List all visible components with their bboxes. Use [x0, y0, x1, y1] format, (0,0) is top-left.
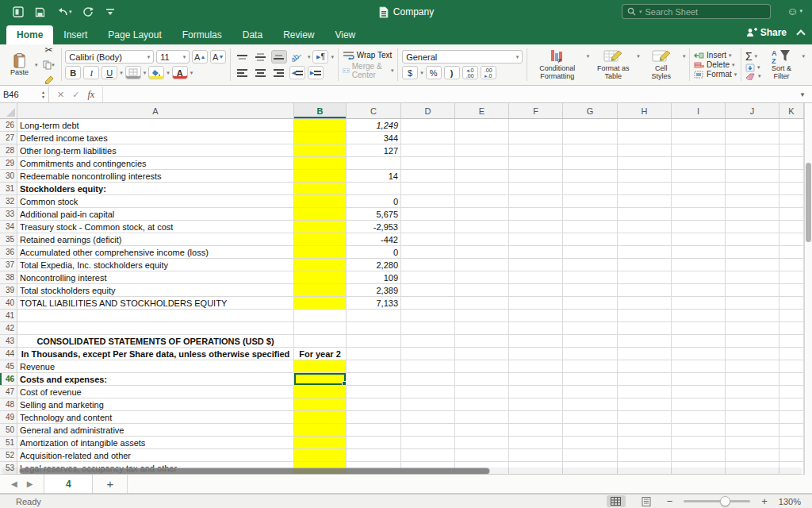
- clear-button[interactable]: [745, 73, 756, 80]
- cell-K29[interactable]: [779, 157, 804, 170]
- cell-J52[interactable]: [726, 449, 779, 462]
- cell-G31[interactable]: [563, 183, 618, 195]
- cell-I26[interactable]: [672, 119, 726, 132]
- copy-icon[interactable]: ▾: [41, 58, 57, 71]
- cell-A41[interactable]: [17, 310, 294, 322]
- borders-icon[interactable]: [125, 66, 141, 79]
- cell-B32[interactable]: [294, 195, 347, 208]
- cell-C28[interactable]: 127: [347, 144, 401, 157]
- font-color-icon[interactable]: A: [172, 66, 188, 79]
- align-top-button[interactable]: [235, 50, 251, 64]
- cell-I43[interactable]: [672, 335, 726, 348]
- currency-dropdown-icon[interactable]: ▾: [420, 70, 423, 76]
- cell-G32[interactable]: [563, 195, 618, 208]
- column-header-H[interactable]: H: [618, 103, 672, 119]
- cell-I40[interactable]: [672, 297, 726, 310]
- cell-A50[interactable]: General and administrative: [17, 424, 294, 437]
- cell-B37[interactable]: [294, 259, 347, 271]
- zoom-level[interactable]: 130%: [779, 497, 801, 506]
- cell-E50[interactable]: [455, 424, 509, 437]
- cell-B51[interactable]: [294, 437, 347, 449]
- cell-D42[interactable]: [401, 322, 455, 335]
- cell-E44[interactable]: [455, 348, 509, 360]
- font-name-select[interactable]: Calibri (Body)▾: [65, 50, 154, 64]
- cell-H27[interactable]: [618, 132, 672, 144]
- cell-K28[interactable]: [779, 144, 804, 157]
- cell-K35[interactable]: [779, 233, 804, 246]
- paste-button[interactable]: Paste: [7, 52, 32, 78]
- fill-dropdown-icon[interactable]: ▾: [757, 64, 760, 71]
- cell-H49[interactable]: [618, 411, 672, 424]
- text-direction-dropdown-icon[interactable]: ▾: [331, 54, 334, 60]
- cell-H35[interactable]: [618, 233, 672, 246]
- cell-D48[interactable]: [401, 398, 455, 411]
- cell-I50[interactable]: [672, 424, 726, 437]
- cell-I30[interactable]: [672, 170, 726, 183]
- cell-B43[interactable]: [294, 335, 347, 348]
- cell-C51[interactable]: [347, 437, 401, 449]
- italic-button[interactable]: I: [83, 66, 99, 79]
- cell-J39[interactable]: [726, 284, 779, 297]
- cell-G43[interactable]: [563, 335, 618, 348]
- row-header-34[interactable]: 34: [0, 221, 17, 233]
- cell-K47[interactable]: [779, 386, 804, 398]
- cell-G45[interactable]: [563, 360, 618, 373]
- name-box[interactable]: B46 ▲▼: [0, 87, 49, 102]
- horizontal-scrollbar-thumb[interactable]: [19, 468, 490, 475]
- cell-K43[interactable]: [779, 335, 804, 348]
- cell-F40[interactable]: [509, 297, 563, 310]
- cell-G51[interactable]: [563, 437, 618, 449]
- cell-B52[interactable]: [294, 449, 347, 462]
- cell-A51[interactable]: Amortization of intangible assets: [17, 437, 294, 449]
- cell-J30[interactable]: [726, 170, 779, 183]
- cell-E47[interactable]: [455, 386, 509, 398]
- cell-H45[interactable]: [618, 360, 672, 373]
- orientation-icon[interactable]: ab: [289, 50, 305, 64]
- cell-C39[interactable]: 2,389: [347, 284, 401, 297]
- cell-J48[interactable]: [726, 398, 779, 411]
- page-layout-view-button[interactable]: [637, 495, 656, 507]
- save-icon[interactable]: [35, 7, 45, 17]
- cell-K49[interactable]: [779, 411, 804, 424]
- percent-format-button[interactable]: %: [426, 66, 442, 79]
- cell-F26[interactable]: [509, 119, 563, 132]
- redo-icon[interactable]: [83, 7, 94, 17]
- name-box-spinner[interactable]: ▲▼: [41, 90, 45, 99]
- cell-C37[interactable]: 2,280: [347, 259, 401, 271]
- clear-dropdown-icon[interactable]: ▾: [758, 73, 761, 79]
- cell-D30[interactable]: [401, 170, 455, 183]
- cell-K30[interactable]: [779, 170, 804, 183]
- cell-I27[interactable]: [672, 132, 726, 144]
- cell-D49[interactable]: [401, 411, 455, 424]
- cell-G39[interactable]: [563, 284, 618, 297]
- cell-K44[interactable]: [779, 348, 804, 360]
- cell-C52[interactable]: [347, 449, 401, 462]
- paste-dropdown-icon[interactable]: ▾: [35, 62, 38, 68]
- cell-D45[interactable]: [401, 360, 455, 373]
- cell-J46[interactable]: [726, 373, 779, 386]
- cell-E52[interactable]: [455, 449, 509, 462]
- cell-E40[interactable]: [455, 297, 509, 310]
- cell-K41[interactable]: [779, 310, 804, 322]
- merge-center-button[interactable]: Merge & Center ▾: [343, 62, 394, 79]
- cell-K51[interactable]: [779, 437, 804, 449]
- cell-E28[interactable]: [455, 144, 509, 157]
- cell-I46[interactable]: [672, 373, 726, 386]
- cell-C31[interactable]: [347, 183, 401, 195]
- row-header-51[interactable]: 51: [0, 437, 17, 449]
- row-header-44[interactable]: 44: [0, 348, 17, 360]
- decrease-font-size-button[interactable]: A▼: [210, 50, 226, 64]
- cell-G26[interactable]: [563, 119, 618, 132]
- cell-H28[interactable]: [618, 144, 672, 157]
- cell-K37[interactable]: [779, 259, 804, 271]
- row-header-39[interactable]: 39: [0, 284, 17, 297]
- cell-I32[interactable]: [672, 195, 726, 208]
- row-header-48[interactable]: 48: [0, 398, 17, 411]
- cell-F49[interactable]: [509, 411, 563, 424]
- row-header-52[interactable]: 52: [0, 449, 17, 462]
- cell-K32[interactable]: [779, 195, 804, 208]
- cell-D35[interactable]: [401, 233, 455, 246]
- cell-styles-button[interactable]: Cell Styles: [643, 48, 680, 82]
- cell-B39[interactable]: [294, 284, 347, 297]
- cell-A36[interactable]: Accumulated other comprehensive income (…: [17, 246, 294, 259]
